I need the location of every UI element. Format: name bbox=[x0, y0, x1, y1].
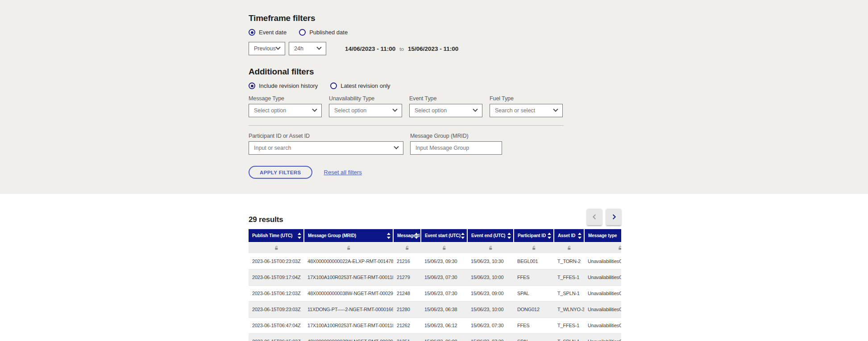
unlock-icon bbox=[274, 246, 279, 251]
sort-desc-icon[interactable] bbox=[548, 237, 551, 239]
sort-arrows-icon[interactable] bbox=[298, 233, 301, 239]
lock-column-asset-id[interactable] bbox=[554, 242, 584, 253]
cell-message-type: UnavailabilitiesOf bbox=[584, 269, 621, 285]
sort-arrows-icon[interactable] bbox=[507, 233, 511, 239]
sort-asc-icon[interactable] bbox=[461, 233, 465, 235]
filters-divider bbox=[249, 125, 564, 126]
sort-arrows-icon[interactable] bbox=[387, 233, 390, 239]
sort-desc-icon[interactable] bbox=[415, 237, 418, 239]
lock-column-publish-time-utc[interactable] bbox=[249, 242, 304, 253]
lock-column-event-start-utc[interactable] bbox=[421, 242, 467, 253]
radio-unselected-icon[interactable] bbox=[330, 82, 337, 89]
chevron-down-icon bbox=[392, 107, 397, 112]
sort-asc-icon[interactable] bbox=[578, 233, 581, 235]
column-header-messageid[interactable]: MessageId bbox=[393, 229, 421, 242]
event-type-select[interactable]: Select option bbox=[409, 104, 482, 117]
sort-asc-icon[interactable] bbox=[548, 233, 551, 235]
table-row[interactable]: 2023-06-15T06:47:04Z17X100A100R0253T-NGE… bbox=[249, 317, 621, 333]
sort-arrows-icon[interactable] bbox=[578, 233, 581, 239]
sort-arrows-icon[interactable] bbox=[461, 233, 465, 239]
cell-messageid: 21251 bbox=[393, 333, 421, 341]
sort-desc-icon[interactable] bbox=[507, 237, 511, 239]
column-header-label: Asset ID bbox=[558, 233, 575, 238]
timeframe-filters-title: Timeframe filters bbox=[249, 13, 621, 23]
sort-asc-icon[interactable] bbox=[507, 233, 511, 235]
column-lock-row bbox=[249, 242, 621, 253]
lock-column-messageid[interactable] bbox=[393, 242, 421, 253]
next-page-button[interactable] bbox=[606, 209, 621, 225]
date-from: 14/06/2023 - 11:00 bbox=[345, 45, 395, 52]
column-header-label: Message Group (MRID) bbox=[308, 233, 356, 238]
cell-publish-time-utc: 2023-06-15T09:23:03Z bbox=[249, 301, 304, 317]
cell-asset-id: T_TORN-2 bbox=[554, 253, 584, 269]
column-header-message-type[interactable]: Message type bbox=[584, 229, 621, 242]
participant-combobox[interactable]: Input or search bbox=[249, 141, 403, 155]
sort-asc-icon[interactable] bbox=[387, 233, 390, 235]
results-table-container[interactable]: Publish Time (UTC)Message Group (MRID)Me… bbox=[249, 229, 621, 341]
direction-select[interactable]: Previous bbox=[249, 42, 285, 55]
id-filters-row: Participant ID or Asset ID Input or sear… bbox=[249, 133, 621, 155]
lock-column-event-end-utc[interactable] bbox=[467, 242, 514, 253]
radio-include-revision-history[interactable]: Include revision history bbox=[249, 82, 318, 89]
sort-desc-icon[interactable] bbox=[578, 237, 581, 239]
cell-publish-time-utc: 2023-06-15T00:23:03Z bbox=[249, 253, 304, 269]
radio-event-date[interactable]: Event date bbox=[249, 29, 287, 36]
cell-event-end-utc: 15/06/23, 10:00 bbox=[467, 301, 514, 317]
unlock-icon bbox=[346, 246, 351, 251]
message-group-input[interactable] bbox=[410, 141, 502, 155]
unavailability-type-label: Unavailability Type bbox=[329, 95, 402, 102]
sort-asc-icon[interactable] bbox=[298, 233, 301, 235]
sort-arrows-icon[interactable] bbox=[548, 233, 551, 239]
column-header-message-group-mrid[interactable]: Message Group (MRID) bbox=[304, 229, 393, 242]
radio-published-date[interactable]: Published date bbox=[299, 29, 348, 36]
cell-message-type: UnavailabilitiesOf bbox=[584, 285, 621, 301]
apply-filters-button[interactable]: APPLY FILTERS bbox=[249, 166, 312, 179]
cell-message-group-mrid: 48X000000000038W-NGET-RMT-00029148 bbox=[304, 285, 393, 301]
filter-actions: APPLY FILTERS Reset all filters bbox=[249, 166, 621, 179]
column-header-asset-id[interactable]: Asset ID bbox=[554, 229, 584, 242]
cell-publish-time-utc: 2023-06-15T09:17:04Z bbox=[249, 269, 304, 285]
table-row[interactable]: 2023-06-15T06:15:03Z48X000000000038W-NGE… bbox=[249, 333, 621, 341]
date-range-separator: to bbox=[399, 46, 404, 52]
table-row[interactable]: 2023-06-15T06:12:03Z48X000000000038W-NGE… bbox=[249, 285, 621, 301]
results-header: 29 results bbox=[249, 209, 621, 225]
unavailability-type-select[interactable]: Select option bbox=[329, 104, 402, 117]
radio-unselected-icon[interactable] bbox=[299, 29, 306, 36]
lock-column-message-type[interactable] bbox=[584, 242, 621, 253]
column-header-participant-id[interactable]: Participant ID bbox=[514, 229, 554, 242]
cell-event-start-utc: 15/06/23, 06:12 bbox=[421, 317, 467, 333]
cell-participant-id: BEGL001 bbox=[514, 253, 554, 269]
table-row[interactable]: 2023-06-15T00:23:03Z48X000000000022A-ELX… bbox=[249, 253, 621, 269]
cell-message-group-mrid: 17X100A100R0253T-NGET-RMT-00011877 bbox=[304, 269, 393, 285]
previous-page-button[interactable] bbox=[587, 209, 602, 225]
radio-selected-icon[interactable] bbox=[249, 82, 255, 89]
cell-asset-id: T_SPLN-1 bbox=[554, 333, 584, 341]
filters-panel: Timeframe filters Event date Published d… bbox=[0, 0, 868, 194]
column-header-event-end-utc[interactable]: Event end (UTC) bbox=[467, 229, 514, 242]
table-row[interactable]: 2023-06-15T09:23:03Z11XDONG-PT-----2-NGE… bbox=[249, 301, 621, 317]
results-table: Publish Time (UTC)Message Group (MRID)Me… bbox=[249, 229, 621, 341]
radio-published-date-label: Published date bbox=[309, 29, 348, 36]
message-type-select[interactable]: Select option bbox=[249, 104, 322, 117]
sort-desc-icon[interactable] bbox=[461, 237, 465, 239]
cell-event-end-utc: 15/06/23, 07:30 bbox=[467, 333, 514, 341]
radio-include-revision-label: Include revision history bbox=[259, 82, 318, 89]
window-select[interactable]: 24h bbox=[289, 42, 326, 55]
sort-arrows-icon[interactable] bbox=[415, 233, 418, 239]
reset-all-filters-link[interactable]: Reset all filters bbox=[324, 169, 362, 176]
cell-event-end-utc: 15/06/23, 10:30 bbox=[467, 253, 514, 269]
radio-selected-icon[interactable] bbox=[249, 29, 255, 36]
sort-desc-icon[interactable] bbox=[298, 237, 301, 239]
lock-column-participant-id[interactable] bbox=[514, 242, 554, 253]
radio-latest-revision-only[interactable]: Latest revision only bbox=[330, 82, 390, 89]
sort-desc-icon[interactable] bbox=[387, 237, 390, 239]
cell-message-type: UnavailabilitiesOf bbox=[584, 301, 621, 317]
column-header-publish-time-utc[interactable]: Publish Time (UTC) bbox=[249, 229, 304, 242]
table-row[interactable]: 2023-06-15T09:17:04Z17X100A100R0253T-NGE… bbox=[249, 269, 621, 285]
fuel-type-select[interactable]: Search or select bbox=[490, 104, 563, 117]
message-type-field: Message Type Select option bbox=[249, 95, 322, 117]
sort-asc-icon[interactable] bbox=[415, 233, 418, 235]
lock-column-message-group-mrid[interactable] bbox=[304, 242, 393, 253]
fuel-type-placeholder: Search or select bbox=[495, 107, 535, 114]
column-header-event-start-utc[interactable]: Event start (UTC) bbox=[421, 229, 467, 242]
